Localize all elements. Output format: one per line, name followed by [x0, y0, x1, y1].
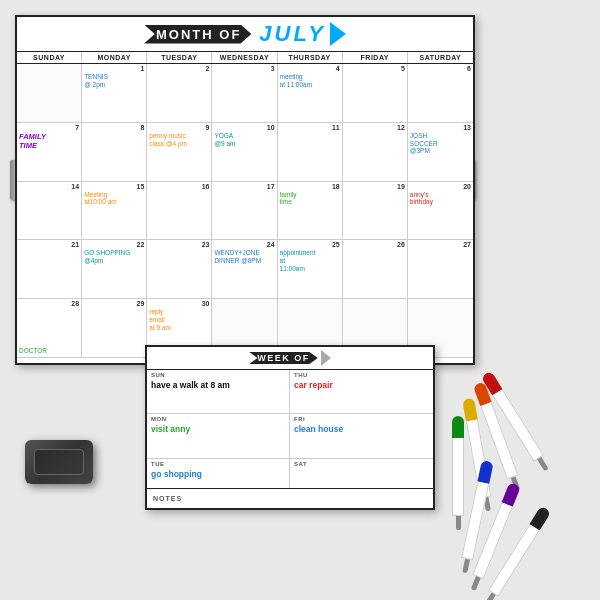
cal-cell-19: 19	[343, 182, 408, 241]
cal-cell-12: 12	[343, 123, 408, 182]
cal-cell-9: 9penny music class @4 pm	[147, 123, 212, 182]
month-arrow-icon	[330, 22, 346, 46]
cal-cell-28: 28DOCTOR	[17, 299, 82, 358]
notes-label: NOTES	[153, 495, 182, 502]
cell-num: 4	[280, 65, 340, 72]
main-calendar: MONTH OF JULY SUNDAY MONDAY TUESDAY WEDN…	[15, 15, 475, 365]
cell-text: WENDY+JONE DINNER @8PM	[214, 249, 274, 265]
cal-cell-1: 1TENNIS @ 2pm	[82, 64, 147, 123]
cell-num: 26	[345, 241, 405, 248]
cell-num: 14	[19, 183, 79, 190]
cell-text: YOGA @9 am	[214, 132, 274, 148]
week-cell-3: FRIclean house	[290, 414, 433, 458]
month-name: JULY	[259, 21, 326, 47]
marker-body	[452, 438, 464, 516]
cal-cell-14: 14	[17, 182, 82, 241]
cell-text: JOSH SOCCER @3PM	[410, 132, 471, 155]
week-cell-0: SUNhave a walk at 8 am	[147, 370, 290, 414]
cal-cell-15: 15Meeting at10:00 am	[82, 182, 147, 241]
cell-num: 18	[280, 183, 340, 190]
week-day-label: TUE	[151, 461, 285, 467]
cell-text: family time	[280, 191, 340, 207]
day-friday: FRIDAY	[343, 52, 408, 63]
week-cell-text: visit anny	[151, 424, 285, 434]
cal-cell-13: 13JOSH SOCCER @3PM	[408, 123, 473, 182]
cell-num: 23	[149, 241, 209, 248]
cell-num: 24	[214, 241, 274, 248]
cal-cell-2: 2	[147, 64, 212, 123]
cell-num: 13	[410, 124, 471, 131]
week-cell-1: THUcar repair	[290, 370, 433, 414]
cell-num: 10	[214, 124, 274, 131]
cell-num: 8	[84, 124, 144, 131]
day-saturday: SATURDAY	[408, 52, 473, 63]
cell-text: DOCTOR	[19, 347, 47, 355]
week-day-label: MON	[151, 416, 285, 422]
cell-num: 15	[84, 183, 144, 190]
cell-num: 6	[410, 65, 471, 72]
cal-cell-25: 25appointment at 11:00am	[278, 240, 343, 299]
cal-cell-17: 17	[212, 182, 277, 241]
cell-num: 2	[149, 65, 209, 72]
cal-cell-8: 8	[82, 123, 147, 182]
eraser	[25, 440, 93, 484]
week-cell-text: go shopping	[151, 469, 285, 479]
cell-text: reply email at 9 am	[149, 308, 209, 331]
week-header: WEEK OF	[147, 347, 433, 370]
marker-cap	[452, 416, 464, 438]
week-calendar: WEEK OF SUNhave a walk at 8 amTHUcar rep…	[145, 345, 435, 510]
cal-cell-26: 26	[343, 240, 408, 299]
cal-cell-18: 18family time	[278, 182, 343, 241]
cal-cell-23: 23	[147, 240, 212, 299]
week-cell-text: have a walk at 8 am	[151, 380, 285, 390]
week-of-label: WEEK OF	[249, 352, 318, 364]
cal-cell-5: 5	[343, 64, 408, 123]
days-header: SUNDAY MONDAY TUESDAY WEDNESDAY THURSDAY…	[17, 52, 473, 64]
cell-num: 11	[280, 124, 340, 131]
eraser-inner	[34, 449, 84, 475]
marker-cap	[462, 398, 478, 422]
week-cell-text: clean house	[294, 424, 429, 434]
cell-num: 3	[214, 65, 274, 72]
cal-cell-22: 22GO SHOPPING @4pm	[82, 240, 147, 299]
marker-tip	[462, 559, 470, 574]
cal-cell-0	[17, 64, 82, 123]
cell-num: 21	[19, 241, 79, 248]
marker-tip	[484, 592, 496, 600]
calendar-header: MONTH OF JULY	[17, 17, 473, 52]
month-of-label: MONTH OF	[144, 25, 251, 44]
calendar-grid: 1TENNIS @ 2pm234meeting at 11:00am567FAM…	[17, 64, 473, 358]
cell-num: 29	[84, 300, 144, 307]
day-thursday: THURSDAY	[278, 52, 343, 63]
cell-text: penny music class @4 pm	[149, 132, 209, 148]
cell-text: appointment at 11:00am	[280, 249, 340, 272]
cell-num: 16	[149, 183, 209, 190]
cal-cell-11: 11	[278, 123, 343, 182]
cell-num: 30	[149, 300, 209, 307]
cell-num: 25	[280, 241, 340, 248]
week-cell-2: MONvisit anny	[147, 414, 290, 458]
cal-cell-29: 29	[82, 299, 147, 358]
markers-area	[460, 360, 590, 580]
cell-num: 1	[84, 65, 144, 72]
marker-tip	[456, 516, 461, 530]
cal-cell-10: 10YOGA @9 am	[212, 123, 277, 182]
notes-row: NOTES	[147, 488, 433, 508]
cell-num: 17	[214, 183, 274, 190]
cal-cell-20: 20anny's birthday	[408, 182, 473, 241]
cal-cell-24: 24WENDY+JONE DINNER @8PM	[212, 240, 277, 299]
week-day-label: SUN	[151, 372, 285, 378]
marker-tip	[537, 457, 549, 472]
cal-cell-21: 21	[17, 240, 82, 299]
cell-text: anny's birthday	[410, 191, 471, 207]
day-tuesday: TUESDAY	[147, 52, 212, 63]
day-monday: MONDAY	[82, 52, 147, 63]
week-grid: SUNhave a walk at 8 amTHUcar repairMONvi…	[147, 370, 433, 503]
cal-cell-16: 16	[147, 182, 212, 241]
cell-text: FAMILY TIME	[19, 132, 79, 150]
day-sunday: SUNDAY	[17, 52, 82, 63]
week-day-label: THU	[294, 372, 429, 378]
cell-num: 5	[345, 65, 405, 72]
cal-cell-27: 27	[408, 240, 473, 299]
marker-3	[452, 416, 464, 530]
